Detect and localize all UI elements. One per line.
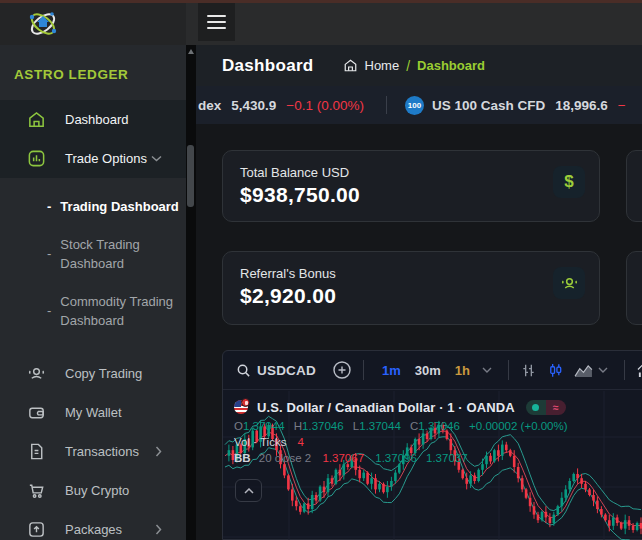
submenu-bullet: - [47, 197, 51, 217]
interval-1m-button[interactable]: 1m [382, 363, 401, 378]
sidebar-item-label: Dashboard [65, 112, 129, 127]
volume-label: Vol · Ticks [234, 436, 286, 448]
indicators-icon [636, 362, 642, 379]
bb-basis-value: 1.37067 [322, 452, 364, 464]
low-value: 1.37044 [359, 420, 401, 432]
breadcrumb-current: Dashboard [417, 58, 485, 73]
sidebar-item-packages[interactable]: Packages [0, 510, 186, 540]
legend-collapse-button[interactable] [235, 479, 262, 502]
astro-ledger-logo-icon[interactable] [24, 5, 62, 43]
ticker-item-index[interactable]: dex 5,430.9 −0.1 (0.00%) [198, 98, 364, 113]
symbol-description[interactable]: U.S. Dollar / Canadian Dollar · 1 · OAND… [257, 400, 515, 415]
market-status-pill[interactable]: ≈ [526, 400, 566, 415]
interval-1h-button[interactable]: 1h [455, 363, 470, 378]
cart-icon [27, 481, 46, 500]
bb-label: BB [234, 452, 251, 464]
sidebar-item-label: Buy Crypto [65, 483, 129, 498]
indicators-button[interactable]: Indicators [636, 362, 642, 379]
top-bar [0, 3, 642, 45]
page-header: Dashboard Home / Dashboard [196, 45, 642, 86]
sidebar-item-transactions[interactable]: Transactions [0, 432, 186, 471]
breadcrumb: Home / Dashboard [343, 58, 485, 74]
logo-area [0, 3, 186, 45]
volume-row: Vol · Ticks 4 [234, 436, 574, 448]
card-value: $938,750.00 [240, 183, 599, 207]
total-balance-card: Total Balance USD $938,750.00 $ [222, 150, 600, 222]
intervals-chevron-icon[interactable] [482, 367, 492, 373]
card-label: Total Balance USD [240, 165, 599, 180]
sidebar-item-label: Packages [65, 522, 122, 537]
interval-30m-button[interactable]: 30m [415, 363, 441, 378]
sidebar-item-copy-trading[interactable]: Copy Trading [0, 354, 186, 393]
change-value: +0.00002 (+0.00%) [469, 420, 567, 432]
close-value: 1.37046 [418, 420, 460, 432]
ticker-change: −0.1 (0.00%) [286, 98, 364, 113]
tradingview-chart-widget: USDCAD 1m 30m 1h [222, 350, 642, 540]
scrollbar-up-arrow[interactable] [188, 49, 194, 54]
symbol-search-icon[interactable] [236, 363, 251, 378]
submenu-label: Stock Trading Dashboard [60, 235, 182, 274]
package-icon [27, 520, 46, 539]
toolbar-divider [508, 360, 509, 380]
sidebar-scrollbar[interactable] [186, 45, 196, 540]
ticker-item-us100[interactable]: 100 US 100 Cash CFD 18,996.6 − [405, 96, 626, 115]
approx-price-toggle[interactable]: ≈ [546, 400, 566, 415]
referral-users-icon [553, 267, 585, 299]
area-style-icon[interactable] [574, 363, 593, 378]
bars-style-icon[interactable] [520, 362, 537, 379]
bar-chart-icon [27, 149, 46, 168]
sidebar-item-label: My Wallet [65, 405, 122, 420]
bb-lower-value: 1.37037 [426, 452, 468, 464]
bb-indicator-row: BB 20 close 2 1.37067 1.37096 1.37037 [234, 452, 574, 464]
sidebar-toggle-button[interactable] [198, 3, 235, 41]
submenu-item-stock-trading-dashboard[interactable]: - Stock Trading Dashboard [0, 226, 186, 283]
breadcrumb-separator: / [406, 58, 410, 74]
ticker-price: 18,996.6 [555, 98, 608, 113]
submenu-item-trading-dashboard[interactable]: - Trading Dashboard [0, 188, 186, 226]
nav-active-group: Dashboard Trade Options [0, 100, 186, 178]
market-open-dot-icon [532, 404, 539, 411]
users-icon [27, 364, 46, 383]
ticker-symbol: dex [198, 98, 221, 113]
submenu-bullet: - [47, 301, 51, 321]
ticker-tape[interactable]: dex 5,430.9 −0.1 (0.00%) 100 US 100 Cash… [196, 86, 642, 124]
home-icon [27, 110, 46, 129]
partial-card-right-2 [626, 251, 642, 325]
card-value: $2,920.00 [240, 284, 599, 308]
partial-card-right-1 [626, 150, 642, 222]
referral-bonus-card: Referral's Bonus $2,920.00 [222, 251, 600, 325]
compare-add-icon[interactable] [332, 360, 352, 380]
hamburger-icon [207, 11, 226, 33]
market-open-toggle[interactable] [526, 400, 546, 415]
sidebar-item-label: Transactions [65, 444, 139, 459]
chevron-right-icon [155, 446, 162, 457]
document-icon [27, 442, 46, 461]
sidebar-item-trade-options[interactable]: Trade Options [0, 139, 186, 178]
sidebar-item-dashboard[interactable]: Dashboard [0, 100, 186, 139]
sidebar-item-label: Copy Trading [65, 366, 142, 381]
chart-legend: U.S. Dollar / Canadian Dollar · 1 · OAND… [234, 399, 574, 464]
chevron-right-icon [155, 524, 162, 535]
breadcrumb-home-link[interactable]: Home [365, 58, 400, 73]
ticker-symbol: US 100 Cash CFD [432, 98, 545, 113]
chart-symbol-button[interactable]: USDCAD [257, 363, 316, 378]
submenu-item-commodity-trading-dashboard[interactable]: - Commodity Trading Dashboard [0, 283, 186, 340]
toolbar-divider [624, 360, 625, 380]
styles-chevron-icon[interactable] [598, 367, 608, 373]
chevron-down-icon [151, 155, 162, 162]
candles-style-icon[interactable] [547, 362, 564, 379]
toolbar-divider [363, 360, 364, 380]
open-value: 1.37044 [243, 420, 285, 432]
scrollbar-thumb[interactable] [187, 145, 194, 207]
bb-params: 20 close 2 [259, 452, 311, 464]
trade-options-submenu: - Trading Dashboard - Stock Trading Dash… [0, 178, 186, 348]
ticker-price: 5,430.9 [231, 98, 276, 113]
wallet-icon [27, 403, 46, 422]
sidebar-item-my-wallet[interactable]: My Wallet [0, 393, 186, 432]
submenu-bullet: - [47, 244, 51, 264]
page-title: Dashboard [222, 56, 314, 76]
high-value: 1.37046 [302, 420, 344, 432]
sidebar-item-buy-crypto[interactable]: Buy Crypto [0, 471, 186, 510]
volume-value: 4 [298, 436, 304, 448]
submenu-label: Commodity Trading Dashboard [60, 292, 182, 331]
